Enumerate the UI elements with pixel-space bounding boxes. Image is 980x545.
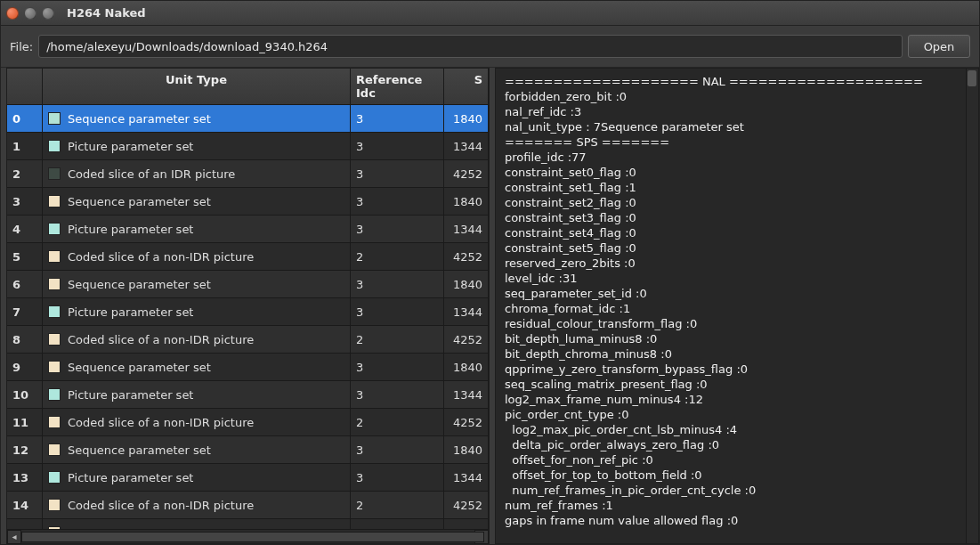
row-size: 1840 xyxy=(444,105,489,132)
row-unit-type: Coded slice of a non-IDR picture xyxy=(43,409,351,435)
row-size: 4252 xyxy=(444,160,489,187)
unit-type-label: Picture parameter set xyxy=(68,223,193,236)
maximize-icon[interactable] xyxy=(42,7,54,20)
file-path-input[interactable] xyxy=(38,35,903,58)
row-unit-type: Sequence parameter set xyxy=(43,188,351,215)
close-icon[interactable] xyxy=(6,7,19,20)
row-index: 14 xyxy=(7,492,43,518)
row-reference-idc: 3 xyxy=(351,464,444,491)
row-index: 5 xyxy=(7,243,43,270)
row-index: 4 xyxy=(7,216,43,242)
window-title: H264 Naked xyxy=(67,6,146,20)
color-swatch-icon xyxy=(48,471,61,484)
row-size: 4252 xyxy=(444,492,489,518)
row-reference-idc: 3 xyxy=(351,216,444,242)
table-row[interactable]: 5Coded slice of a non-IDR picture24252 xyxy=(7,243,489,271)
table-row[interactable]: 3Sequence parameter set31840 xyxy=(7,188,489,216)
row-index: 2 xyxy=(7,160,43,187)
open-button[interactable]: Open xyxy=(908,35,970,58)
row-reference-idc: 3 xyxy=(351,354,444,380)
horizontal-scrollbar[interactable]: ◂ ▸ xyxy=(7,529,489,543)
table-row[interactable]: 4Picture parameter set31344 xyxy=(7,216,489,243)
color-swatch-icon xyxy=(48,499,61,511)
unit-type-label: Sequence parameter set xyxy=(68,443,211,457)
row-index: 11 xyxy=(7,409,43,435)
row-reference-idc: 3 xyxy=(351,133,444,159)
row-reference-idc: 3 xyxy=(351,298,444,325)
table-body: 0Sequence parameter set318401Picture par… xyxy=(7,105,489,529)
row-unit-type: Sequence parameter set xyxy=(43,436,351,463)
row-size: 1344 xyxy=(444,133,489,159)
row-reference-idc: 2 xyxy=(351,243,444,270)
col-unit-type[interactable]: Unit Type xyxy=(43,69,351,104)
scroll-left-icon[interactable]: ◂ xyxy=(7,530,21,544)
unit-type-label: Coded slice of an IDR picture xyxy=(68,167,235,181)
row-reference-idc: 2 xyxy=(351,409,444,435)
row-size: 4252 xyxy=(444,326,489,353)
unit-type-label: Sequence parameter set xyxy=(68,278,211,291)
row-unit-type: Sequence parameter set xyxy=(43,271,351,297)
table-row[interactable]: 14Coded slice of a non-IDR picture24252 xyxy=(7,492,489,519)
table-row[interactable]: 2Coded slice of an IDR picture34252 xyxy=(7,160,489,188)
file-label: File: xyxy=(10,40,33,53)
titlebar[interactable]: H264 Naked xyxy=(1,1,979,26)
detail-text: ==================== NAL ===============… xyxy=(496,69,978,533)
table-header: Unit Type Reference Idc S xyxy=(7,69,489,105)
table-row[interactable]: 7Picture parameter set31344 xyxy=(7,298,489,326)
toolbar: File: Open xyxy=(1,26,979,68)
table-row[interactable]: 9Sequence parameter set31840 xyxy=(7,354,489,381)
row-unit-type: Picture parameter set xyxy=(43,133,351,159)
row-reference-idc: 3 xyxy=(351,105,444,132)
row-unit-type: Picture parameter set xyxy=(43,216,351,242)
row-unit-type: Coded slice of a non-IDR picture xyxy=(43,243,351,270)
row-index: 8 xyxy=(7,326,43,353)
row-unit-type: Sequence parameter set xyxy=(43,105,351,132)
color-swatch-icon xyxy=(48,250,61,263)
row-index: 15 xyxy=(7,519,43,529)
row-reference-idc: 3 xyxy=(351,381,444,408)
row-size: 1344 xyxy=(444,298,489,325)
table-row[interactable]: 12Sequence parameter set31840 xyxy=(7,436,489,464)
table-row[interactable]: 15Sequence parameter set31840 xyxy=(7,519,489,529)
row-reference-idc: 3 xyxy=(351,519,444,529)
table-row[interactable]: 10Picture parameter set31344 xyxy=(7,381,489,409)
scroll-thumb[interactable] xyxy=(21,532,484,542)
color-swatch-icon xyxy=(48,167,61,180)
table-row[interactable]: 6Sequence parameter set31840 xyxy=(7,271,489,298)
row-reference-idc: 2 xyxy=(351,492,444,518)
row-reference-idc: 3 xyxy=(351,188,444,215)
minimize-icon[interactable] xyxy=(24,7,36,20)
color-swatch-icon xyxy=(48,112,61,125)
table-row[interactable]: 8Coded slice of a non-IDR picture24252 xyxy=(7,326,489,354)
scroll-track[interactable] xyxy=(21,532,474,542)
col-reference-idc[interactable]: Reference Idc xyxy=(351,69,444,104)
scroll-thumb[interactable] xyxy=(968,70,976,86)
row-index: 0 xyxy=(7,105,43,132)
unit-type-label: Coded slice of a non-IDR picture xyxy=(68,333,254,346)
table-row[interactable]: 13Picture parameter set31344 xyxy=(7,464,489,492)
row-size: 1840 xyxy=(444,188,489,215)
row-reference-idc: 2 xyxy=(351,326,444,353)
table-row[interactable]: 1Picture parameter set31344 xyxy=(7,133,489,160)
unit-type-label: Sequence parameter set xyxy=(68,526,211,530)
table-row[interactable]: 11Coded slice of a non-IDR picture24252 xyxy=(7,409,489,436)
row-size: 1344 xyxy=(444,464,489,491)
color-swatch-icon xyxy=(48,416,61,428)
unit-type-label: Coded slice of a non-IDR picture xyxy=(68,250,254,264)
row-index: 1 xyxy=(7,133,43,159)
color-swatch-icon xyxy=(48,305,61,318)
row-unit-type: Picture parameter set xyxy=(43,381,351,408)
row-index: 9 xyxy=(7,354,43,380)
row-size: 1344 xyxy=(444,216,489,242)
table-row[interactable]: 0Sequence parameter set31840 xyxy=(7,105,489,133)
col-size[interactable]: S xyxy=(444,69,489,104)
row-unit-type: Picture parameter set xyxy=(43,464,351,491)
row-index: 10 xyxy=(7,381,43,408)
row-index: 6 xyxy=(7,271,43,297)
color-swatch-icon xyxy=(48,526,61,529)
col-index[interactable] xyxy=(7,69,43,104)
unit-type-label: Coded slice of a non-IDR picture xyxy=(68,499,254,512)
vertical-scrollbar[interactable] xyxy=(966,69,978,543)
color-swatch-icon xyxy=(48,278,61,290)
row-index: 12 xyxy=(7,436,43,463)
